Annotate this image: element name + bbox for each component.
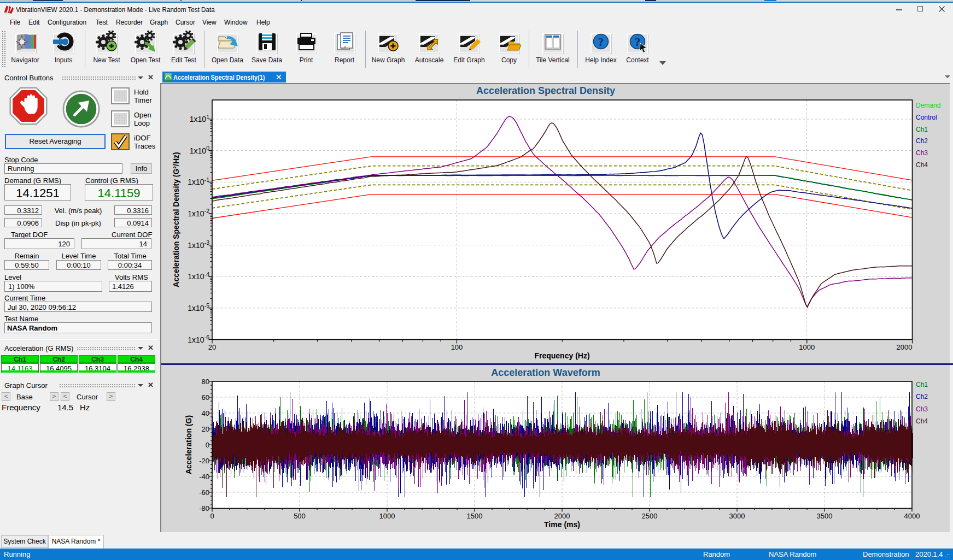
svg-text:1x10-1: 1x10-1 <box>188 176 209 187</box>
svg-text:-60: -60 <box>199 488 209 497</box>
svg-text:500: 500 <box>294 512 306 520</box>
svg-text:3000: 3000 <box>729 512 745 520</box>
svg-text:-20: -20 <box>199 457 209 465</box>
svg-text:Acceleration Spectral Density: Acceleration Spectral Density (G²/Hz) <box>172 152 180 287</box>
svg-text:3500: 3500 <box>817 512 833 520</box>
svg-text:20: 20 <box>208 343 216 351</box>
svg-text:1x100: 1x100 <box>190 145 209 155</box>
svg-text:1x10-2: 1x10-2 <box>188 208 209 218</box>
svg-text:1x10-5: 1x10-5 <box>188 302 209 313</box>
svg-text:60: 60 <box>202 393 209 402</box>
svg-text:4000: 4000 <box>904 512 920 520</box>
svg-text:40: 40 <box>202 409 209 417</box>
svg-text:2000: 2000 <box>897 343 913 351</box>
svg-text:1000: 1000 <box>799 343 815 351</box>
svg-text:Time (ms): Time (ms) <box>544 520 580 529</box>
svg-text:?: ? <box>635 35 641 49</box>
svg-text:1x10-4: 1x10-4 <box>188 271 209 281</box>
svg-text:1x10-6: 1x10-6 <box>188 334 209 344</box>
svg-text:0: 0 <box>206 441 209 449</box>
svg-text:-40: -40 <box>199 473 209 481</box>
svg-text:-80: -80 <box>199 504 209 512</box>
svg-text:?: ? <box>598 35 604 49</box>
svg-text:1000: 1000 <box>379 512 395 520</box>
svg-text:1500: 1500 <box>467 512 483 520</box>
svg-text:1x101: 1x101 <box>190 114 209 124</box>
svg-text:20: 20 <box>202 425 209 433</box>
svg-text:2500: 2500 <box>642 512 658 520</box>
svg-text:2000: 2000 <box>554 512 570 520</box>
svg-text:1x10-3: 1x10-3 <box>188 239 209 250</box>
svg-text:Frequency (Hz): Frequency (Hz) <box>534 351 589 360</box>
svg-text:Acceleration (G): Acceleration (G) <box>184 415 193 474</box>
svg-text:0: 0 <box>210 512 214 520</box>
svg-text:100: 100 <box>451 343 463 351</box>
